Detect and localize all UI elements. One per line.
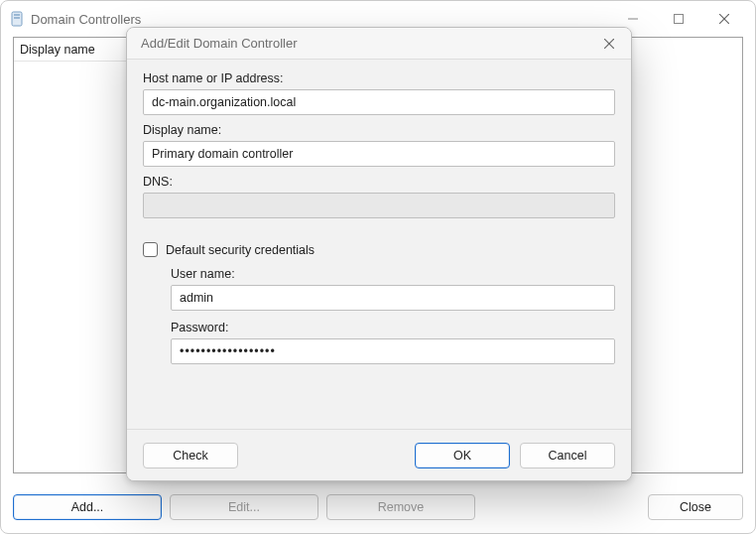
default-credentials-checkbox-row[interactable]: Default security credentials — [143, 242, 615, 257]
svg-rect-4 — [675, 15, 684, 24]
username-input[interactable] — [171, 285, 615, 311]
dialog-close-button[interactable] — [591, 30, 627, 58]
username-label: User name: — [171, 267, 615, 281]
svg-rect-2 — [14, 17, 20, 19]
default-credentials-label: Default security credentials — [166, 243, 315, 257]
dialog-titlebar: Add/Edit Domain Controller — [127, 28, 631, 60]
close-button[interactable]: Close — [648, 494, 743, 520]
password-label: Password: — [171, 321, 615, 334]
cancel-button[interactable]: Cancel — [520, 443, 615, 468]
app-icon — [9, 11, 25, 27]
window-title: Domain Controllers — [31, 12, 141, 27]
display-name-input[interactable] — [143, 141, 615, 167]
display-name-label: Display name: — [143, 123, 615, 137]
password-input[interactable] — [171, 338, 615, 364]
credentials-block: User name: Password: — [143, 263, 615, 364]
dialog-title: Add/Edit Domain Controller — [141, 36, 298, 51]
edit-button[interactable]: Edit... — [170, 494, 318, 520]
dialog-body: Host name or IP address: Display name: D… — [127, 60, 631, 429]
dns-input — [143, 193, 615, 218]
add-edit-domain-controller-dialog: Add/Edit Domain Controller Host name or … — [126, 27, 632, 481]
maximize-button[interactable] — [656, 4, 701, 34]
window-footer: Add... Edit... Remove Close — [1, 481, 755, 533]
column-header-display-name[interactable]: Display name — [14, 38, 143, 62]
domain-controllers-window: Domain Controllers Display name Add... E… — [0, 0, 756, 534]
ok-button[interactable]: OK — [415, 443, 510, 468]
check-button[interactable]: Check — [143, 443, 238, 468]
host-label: Host name or IP address: — [143, 71, 615, 85]
dns-label: DNS: — [143, 175, 615, 189]
default-credentials-checkbox[interactable] — [143, 242, 158, 257]
dialog-footer: Check OK Cancel — [127, 429, 631, 480]
svg-rect-1 — [14, 14, 20, 16]
remove-button[interactable]: Remove — [326, 494, 475, 520]
host-input[interactable] — [143, 89, 615, 115]
add-button[interactable]: Add... — [13, 494, 162, 520]
column-header-label: Display name — [20, 43, 95, 57]
close-window-button[interactable] — [701, 4, 747, 34]
